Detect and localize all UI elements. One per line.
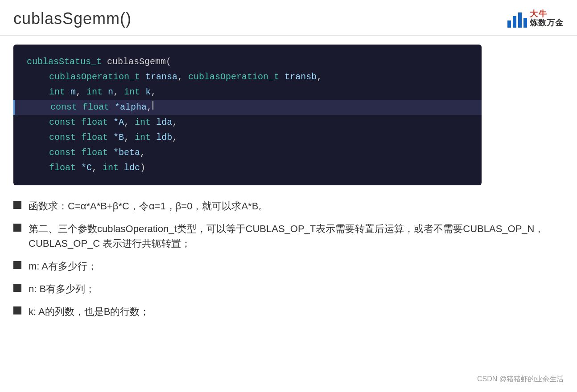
bullet-text-4: n: B有多少列； [29,282,564,296]
bullet-text-5: k: A的列数，也是B的行数； [29,304,564,319]
function-name: cublasSgemm( [107,54,171,69]
bullet-square-icon [13,224,21,232]
code-line-5: const float *A , int lda , [27,115,468,130]
code-line-1: cublasStatus_t cublasSgemm( [27,54,468,69]
bullet-text-3: m: A有多少行； [29,259,564,274]
bullet-square-icon [13,284,21,292]
code-line-7: const float *beta , [27,145,468,160]
code-line-2: cublasOperation_t transa , cublasOperati… [27,69,468,85]
bar-chart-icon [506,8,527,29]
code-line-3: int m , int n , int k , [27,85,468,100]
bullet-list: 函数求：C=α*A*B+β*C，令α=1，β=0，就可以求A*B。 第二、三个参… [13,199,564,319]
bullet-square-icon [13,201,21,209]
logo-area: 大牛 炼数万金 [506,8,564,29]
footer-credit: CSDN @猪猪虾的业余生活 [477,375,564,384]
page-container: cublasSgemm() 大牛 炼数万金 cublasStatus_t cub… [0,0,577,392]
list-item: 第二、三个参数cublasOperation_t类型，可以等于CUBLAS_OP… [13,221,564,251]
main-content: cublasStatus_t cublasSgemm( cublasOperat… [0,36,577,336]
svg-rect-0 [507,20,511,28]
bullet-text-2: 第二、三个参数cublasOperation_t类型，可以等于CUBLAS_OP… [29,221,564,251]
svg-rect-2 [518,12,522,28]
code-block: cublasStatus_t cublasSgemm( cublasOperat… [13,45,482,185]
list-item: 函数求：C=α*A*B+β*C，令α=1，β=0，就可以求A*B。 [13,199,564,213]
keyword-cublasstatus: cublasStatus_t [27,54,102,69]
list-item: n: B有多少列； [13,282,564,296]
page-title: cublasSgemm() [13,9,132,28]
code-line-8: float *C , int ldc ) [27,160,468,176]
bullet-square-icon [13,261,21,269]
header: cublasSgemm() 大牛 炼数万金 [0,0,577,36]
code-line-4-highlighted: const float *alpha , [13,100,482,115]
bullet-square-icon [13,306,21,314]
list-item: m: A有多少行； [13,259,564,274]
logo-text: 大牛 炼数万金 [530,10,564,28]
bullet-text-1: 函数求：C=α*A*B+β*C，令α=1，β=0，就可以求A*B。 [29,199,564,213]
code-line-6: const float *B , int ldb , [27,130,468,145]
svg-rect-3 [523,18,527,28]
text-cursor [152,101,153,110]
list-item: k: A的列数，也是B的行数； [13,304,564,319]
svg-rect-1 [513,16,516,28]
